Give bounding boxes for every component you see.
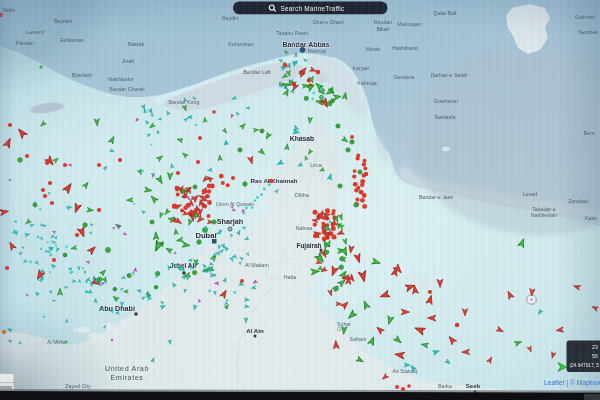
svg-text:(24.647017, 5: (24.647017, 5 [569,363,599,368]
svg-text:Leaflet | © Mapbox: Leaflet | © Mapbox [544,379,600,387]
svg-text:Search MarineTraffic: Search MarineTraffic [281,5,346,12]
svg-text:23: 23 [592,344,598,350]
svg-text:56: 56 [592,353,598,359]
